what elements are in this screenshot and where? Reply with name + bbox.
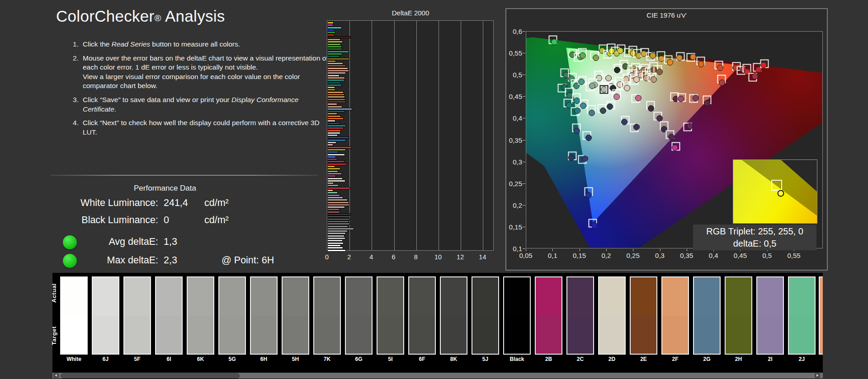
- deltae-error-bar[interactable]: [327, 242, 344, 244]
- deltae-error-bar[interactable]: [327, 215, 349, 218]
- deltae-error-bar[interactable]: [327, 122, 340, 125]
- deltae-error-bar[interactable]: [327, 201, 349, 204]
- deltae-error-bar[interactable]: [327, 48, 342, 50]
- deltae-error-bar[interactable]: [327, 115, 341, 117]
- deltae-error-bar[interactable]: [327, 125, 346, 127]
- deltae-error-bar[interactable]: [327, 139, 346, 141]
- deltae-error-bar[interactable]: [327, 192, 338, 194]
- deltae-error-bar[interactable]: [327, 134, 338, 136]
- deltae-error-bar[interactable]: [327, 79, 344, 81]
- swatch-8k[interactable]: [440, 276, 467, 355]
- deltae-error-bar[interactable]: [327, 72, 346, 74]
- deltae-error-bar[interactable]: [327, 77, 345, 79]
- deltae-error-bar[interactable]: [327, 149, 346, 151]
- swatch-2c[interactable]: [566, 276, 594, 355]
- deltae-error-bar[interactable]: [327, 36, 351, 38]
- deltae-error-bar[interactable]: [327, 103, 337, 105]
- deltae-error-bar[interactable]: [327, 163, 347, 165]
- deltae-error-bar[interactable]: [327, 244, 341, 247]
- swatch-2d[interactable]: [598, 276, 626, 355]
- deltae-error-bar[interactable]: [327, 199, 348, 201]
- deltae-error-bar[interactable]: [327, 165, 335, 168]
- swatch-5f[interactable]: [123, 276, 151, 355]
- swatch-2j[interactable]: [788, 276, 816, 355]
- deltae-error-bar[interactable]: [327, 173, 342, 175]
- deltae-error-bar[interactable]: [327, 168, 340, 170]
- deltae-error-bar[interactable]: [327, 213, 351, 215]
- swatch-2g[interactable]: [693, 276, 721, 355]
- deltae-error-bar[interactable]: [327, 194, 340, 197]
- deltae-error-bar[interactable]: [327, 249, 346, 252]
- deltae-error-bar[interactable]: [327, 55, 340, 57]
- deltae-error-bar[interactable]: [327, 136, 349, 139]
- deltae-error-bar[interactable]: [327, 86, 335, 89]
- deltae-error-bar[interactable]: [327, 91, 344, 94]
- deltae-error-bar[interactable]: [327, 204, 349, 206]
- deltae-error-bar[interactable]: [327, 89, 335, 91]
- deltae-error-bar[interactable]: [327, 232, 346, 234]
- deltae-error-bar[interactable]: [327, 62, 343, 65]
- deltae-error-bar[interactable]: [327, 34, 335, 36]
- deltae-error-bar[interactable]: [327, 75, 340, 77]
- deltae-error-bar[interactable]: [327, 112, 337, 115]
- deltae-error-bar[interactable]: [327, 132, 340, 134]
- deltae-error-bar[interactable]: [327, 182, 334, 184]
- deltae-error-bar[interactable]: [327, 51, 349, 53]
- swatch-black[interactable]: [503, 276, 531, 355]
- deltae-error-bar[interactable]: [327, 178, 343, 180]
- swatch-2f[interactable]: [661, 276, 689, 355]
- deltae-error-bar[interactable]: [327, 247, 343, 249]
- swatch-5i[interactable]: [377, 276, 404, 355]
- deltae-error-bar[interactable]: [327, 154, 345, 156]
- deltae-error-bar[interactable]: [327, 60, 336, 62]
- deltae-error-bar[interactable]: [327, 228, 354, 230]
- deltae-error-bar[interactable]: [327, 208, 340, 211]
- deltae-error-bar[interactable]: [327, 38, 340, 41]
- deltae-error-bar[interactable]: [327, 31, 335, 33]
- deltae-error-bar[interactable]: [327, 187, 350, 189]
- deltae-error-bar[interactable]: [327, 24, 333, 26]
- deltae-error-bar[interactable]: [327, 160, 344, 163]
- deltae-error-bar[interactable]: [327, 110, 345, 112]
- deltae-error-bar[interactable]: [327, 84, 342, 86]
- deltae-error-bar[interactable]: [327, 158, 337, 160]
- swatch-2e[interactable]: [630, 276, 657, 355]
- deltae-error-bar[interactable]: [327, 175, 336, 177]
- deltae-error-bar[interactable]: [327, 235, 344, 237]
- deltae-error-bar[interactable]: [327, 220, 349, 223]
- deltae-error-bar[interactable]: [327, 225, 348, 228]
- deltae-error-bar[interactable]: [327, 239, 343, 242]
- deltae-error-bar[interactable]: [327, 117, 344, 120]
- deltae-error-bar[interactable]: [327, 184, 339, 187]
- deltae-error-bar[interactable]: [327, 43, 341, 46]
- comparator-scrollbar-thumb[interactable]: [61, 373, 240, 379]
- deltae-error-bar[interactable]: [327, 94, 344, 96]
- swatch-5g[interactable]: [218, 276, 246, 355]
- deltae-error-bar[interactable]: [327, 53, 342, 55]
- swatch-5h[interactable]: [282, 276, 309, 355]
- swatch-6f[interactable]: [408, 276, 436, 355]
- deltae-error-bar[interactable]: [327, 230, 348, 232]
- swatch-7k[interactable]: [313, 276, 341, 355]
- deltae-error-bar[interactable]: [327, 106, 342, 108]
- deltae-error-bar[interactable]: [327, 127, 344, 129]
- swatch-2i[interactable]: [756, 276, 784, 355]
- swatch-6j[interactable]: [92, 276, 119, 355]
- scroll-left-button[interactable]: [53, 373, 59, 378]
- deltae-error-bar[interactable]: [327, 237, 345, 239]
- deltae-error-bar[interactable]: [327, 156, 336, 158]
- swatch-6g[interactable]: [345, 276, 373, 355]
- deltae-error-bar[interactable]: [327, 70, 349, 72]
- deltae-error-bar[interactable]: [327, 197, 343, 199]
- deltae-error-bar[interactable]: [327, 41, 343, 43]
- deltae-error-bar[interactable]: [327, 67, 348, 70]
- deltae-error-bar[interactable]: [327, 180, 345, 182]
- deltae-error-bar[interactable]: [327, 108, 352, 110]
- deltae-error-bar[interactable]: [327, 120, 335, 122]
- swatch-white[interactable]: [60, 276, 88, 355]
- deltae-error-bar[interactable]: [327, 27, 342, 29]
- deltae-error-bar[interactable]: [327, 211, 340, 213]
- deltae-error-bar[interactable]: [327, 29, 335, 31]
- deltae-error-bar[interactable]: [327, 218, 350, 220]
- deltae-error-bar[interactable]: [327, 141, 336, 144]
